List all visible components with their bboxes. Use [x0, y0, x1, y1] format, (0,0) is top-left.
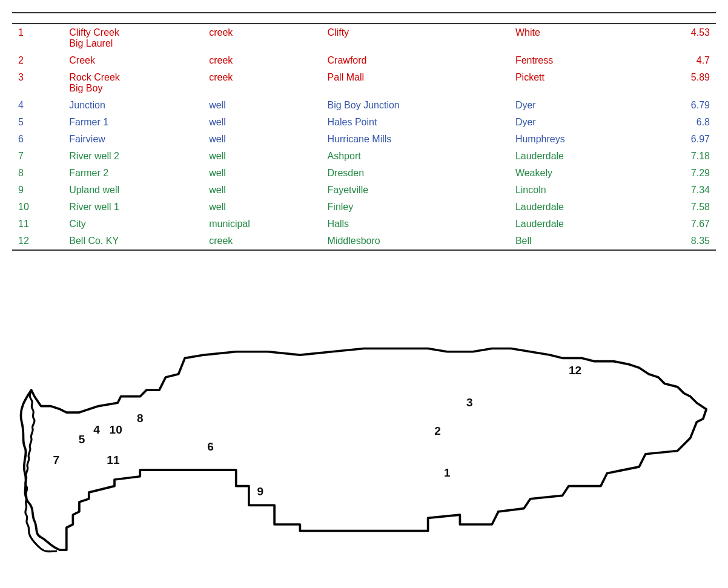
- row-source: Bell Co. KY: [63, 233, 203, 250]
- row-county: Lincoln: [509, 182, 647, 199]
- row-county: Dyer: [509, 114, 647, 131]
- row-city: Crawford: [322, 52, 509, 69]
- row-number: 11: [12, 216, 63, 233]
- row-source: Clifty CreekBig Laurel: [63, 24, 203, 52]
- map-label-7: 7: [53, 454, 60, 466]
- row-city: Ashport: [322, 148, 509, 165]
- row-source: Junction: [63, 97, 203, 114]
- row-number: 8: [12, 165, 63, 182]
- map-label-11: 11: [107, 454, 120, 466]
- map-label-10: 10: [110, 423, 122, 436]
- row-source: Upland well: [63, 182, 203, 199]
- col-header-type: [203, 13, 321, 24]
- row-number: 2: [12, 52, 63, 69]
- map-label-4: 4: [93, 423, 100, 436]
- row-type: creek: [203, 69, 321, 97]
- row-county: Lauderdale: [509, 199, 647, 216]
- row-type: well: [203, 148, 321, 165]
- col-header-num: [12, 13, 63, 24]
- row-county: Lauderdale: [509, 216, 647, 233]
- table-row: 2CreekcreekCrawfordFentress4.7: [12, 52, 716, 69]
- row-county: Humphreys: [509, 131, 647, 148]
- row-county: Dyer: [509, 97, 647, 114]
- map-label-2: 2: [434, 424, 441, 437]
- table-row: 6FairviewwellHurricane MillsHumphreys6.9…: [12, 131, 716, 148]
- row-type: municipal: [203, 216, 321, 233]
- row-number: 4: [12, 97, 63, 114]
- row-source: Farmer 1: [63, 114, 203, 131]
- row-type: well: [203, 97, 321, 114]
- row-type: well: [203, 182, 321, 199]
- row-county: White: [509, 24, 647, 52]
- row-ph: 4.53: [647, 24, 716, 52]
- row-source: River well 2: [63, 148, 203, 165]
- row-type: creek: [203, 52, 321, 69]
- row-ph: 4.7: [647, 52, 716, 69]
- row-county: Bell: [509, 233, 647, 250]
- row-county: Pickett: [509, 69, 647, 97]
- row-city: Dresden: [322, 165, 509, 182]
- table-row: 7River well 2wellAshportLauderdale7.18: [12, 148, 716, 165]
- row-ph: 7.29: [647, 165, 716, 182]
- col-header-source: [63, 13, 203, 24]
- row-city: Finley: [322, 199, 509, 216]
- table-row: 11CitymunicipalHallsLauderdale7.67: [12, 216, 716, 233]
- row-type: creek: [203, 24, 321, 52]
- row-ph: 6.79: [647, 97, 716, 114]
- table-row: 4JunctionwellBig Boy JunctionDyer6.79: [12, 97, 716, 114]
- row-number: 5: [12, 114, 63, 131]
- map-label-3: 3: [466, 396, 473, 409]
- row-type: well: [203, 199, 321, 216]
- row-county: Weakely: [509, 165, 647, 182]
- row-source: Creek: [63, 52, 203, 69]
- row-number: 6: [12, 131, 63, 148]
- table-row: 10River well 1wellFinleyLauderdale7.58: [12, 199, 716, 216]
- row-ph: 7.58: [647, 199, 716, 216]
- row-source: City: [63, 216, 203, 233]
- row-number: 3: [12, 69, 63, 97]
- map-label-12: 12: [569, 364, 581, 377]
- row-ph: 6.97: [647, 131, 716, 148]
- table-row: 12Bell Co. KYcreekMiddlesboroBell8.35: [12, 233, 716, 250]
- row-ph: 5.89: [647, 69, 716, 97]
- row-city: Clifty: [322, 24, 509, 52]
- row-city: Hurricane Mills: [322, 131, 509, 148]
- row-county: Lauderdale: [509, 148, 647, 165]
- row-city: Pall Mall: [322, 69, 509, 97]
- row-number: 12: [12, 233, 63, 250]
- col-header-county: [509, 13, 647, 24]
- table-row: 3Rock CreekBig BoycreekPall MallPickett5…: [12, 69, 716, 97]
- row-number: 10: [12, 199, 63, 216]
- row-city: Halls: [322, 216, 509, 233]
- table-row: 8Farmer 2wellDresdenWeakely7.29: [12, 165, 716, 182]
- row-source: Fairview: [63, 131, 203, 148]
- row-type: well: [203, 114, 321, 131]
- row-ph: 7.18: [647, 148, 716, 165]
- map-label-9: 9: [257, 485, 264, 498]
- map-label-8: 8: [137, 412, 144, 424]
- row-ph: 8.35: [647, 233, 716, 250]
- row-source: River well 1: [63, 199, 203, 216]
- data-table: 1Clifty CreekBig LaurelcreekCliftyWhite4…: [12, 12, 716, 251]
- row-number: 9: [12, 182, 63, 199]
- row-city: Big Boy Junction: [322, 97, 509, 114]
- col-header-ph: [647, 13, 716, 24]
- row-type: well: [203, 165, 321, 182]
- row-source: Farmer 2: [63, 165, 203, 182]
- row-type: well: [203, 131, 321, 148]
- map-label-5: 5: [79, 433, 85, 446]
- col-header-city: [322, 13, 509, 24]
- row-ph: 6.8: [647, 114, 716, 131]
- table-row: 9Upland wellwellFayetvilleLincoln7.34: [12, 182, 716, 199]
- row-ph: 7.34: [647, 182, 716, 199]
- table-row: 1Clifty CreekBig LaurelcreekCliftyWhite4…: [12, 24, 716, 52]
- row-city: Hales Point: [322, 114, 509, 131]
- row-city: Middlesboro: [322, 233, 509, 250]
- map-label-6: 6: [207, 440, 214, 453]
- row-county: Fentress: [509, 52, 647, 69]
- table-row: 5Farmer 1wellHales PointDyer6.8: [12, 114, 716, 131]
- row-city: Fayetville: [322, 182, 509, 199]
- row-type: creek: [203, 233, 321, 250]
- row-source: Rock CreekBig Boy: [63, 69, 203, 97]
- tennessee-map: 12 3 2 1 6 8 4 10 5 7 11 9: [12, 275, 716, 565]
